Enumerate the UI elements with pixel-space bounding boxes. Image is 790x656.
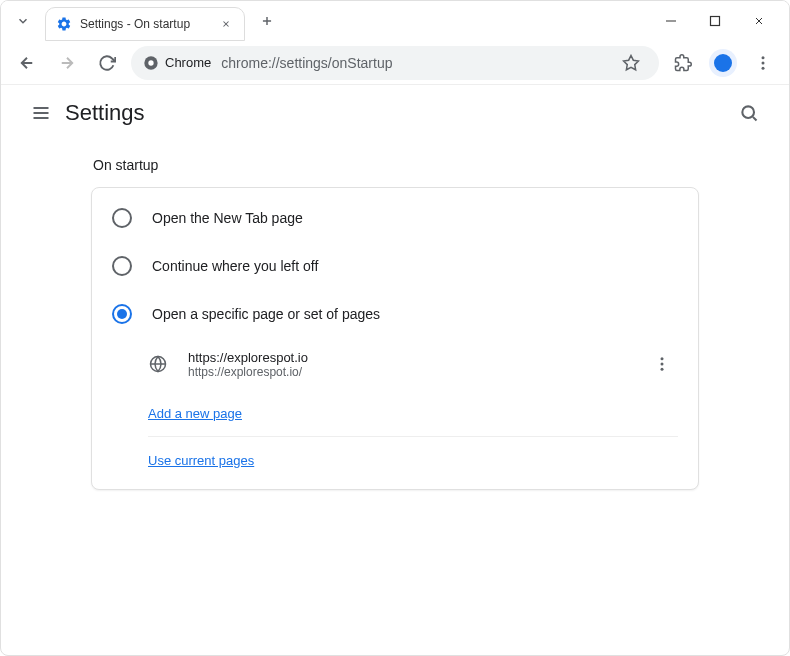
svg-point-14 xyxy=(762,61,765,64)
search-settings-button[interactable] xyxy=(729,93,769,133)
avatar-icon xyxy=(709,49,737,77)
svg-marker-12 xyxy=(624,55,639,69)
forward-button[interactable] xyxy=(51,47,83,79)
option-label: Open a specific page or set of pages xyxy=(152,306,380,322)
minimize-button[interactable] xyxy=(657,7,685,35)
tab-search-button[interactable] xyxy=(9,7,37,35)
use-current-row: Use current pages xyxy=(92,437,698,483)
new-tab-button[interactable] xyxy=(253,7,281,35)
option-continue[interactable]: Continue where you left off xyxy=(92,242,698,290)
option-new-tab[interactable]: Open the New Tab page xyxy=(92,194,698,242)
startup-options-card: Open the New Tab page Continue where you… xyxy=(91,187,699,490)
svg-point-25 xyxy=(661,368,664,371)
window-controls xyxy=(657,7,781,35)
globe-icon xyxy=(148,354,168,374)
settings-header: Settings xyxy=(1,85,789,141)
radio-icon xyxy=(112,304,132,324)
close-window-button[interactable] xyxy=(745,7,773,35)
add-page-link[interactable]: Add a new page xyxy=(148,406,242,421)
reload-button[interactable] xyxy=(91,47,123,79)
option-label: Continue where you left off xyxy=(152,258,318,274)
gear-icon xyxy=(56,16,72,32)
profile-button[interactable] xyxy=(707,47,739,79)
page-title: Settings xyxy=(65,100,145,126)
svg-point-11 xyxy=(148,60,153,65)
startup-page-url: https://explorespot.io/ xyxy=(188,365,646,379)
chrome-badge: Chrome xyxy=(143,55,211,71)
section-title: On startup xyxy=(91,157,699,173)
svg-line-20 xyxy=(753,117,757,121)
settings-content: On startup Open the New Tab page Continu… xyxy=(1,141,789,506)
radio-icon xyxy=(112,256,132,276)
svg-point-24 xyxy=(661,363,664,366)
page-menu-button[interactable] xyxy=(646,348,678,380)
browser-toolbar: Chrome xyxy=(1,41,789,85)
use-current-link[interactable]: Use current pages xyxy=(148,453,254,468)
startup-page-row: https://explorespot.io https://exploresp… xyxy=(92,338,698,390)
address-bar[interactable]: Chrome xyxy=(131,46,659,80)
hamburger-menu-button[interactable] xyxy=(21,93,61,133)
add-page-row: Add a new page xyxy=(92,390,698,436)
startup-page-title: https://explorespot.io xyxy=(188,350,646,365)
url-input[interactable] xyxy=(221,55,605,71)
svg-point-23 xyxy=(661,357,664,360)
svg-point-19 xyxy=(742,106,754,118)
svg-point-13 xyxy=(762,56,765,59)
radio-icon xyxy=(112,208,132,228)
browser-tab[interactable]: Settings - On startup xyxy=(45,7,245,41)
bookmark-star-icon[interactable] xyxy=(615,47,647,79)
svg-rect-5 xyxy=(711,17,720,26)
option-label: Open the New Tab page xyxy=(152,210,303,226)
maximize-button[interactable] xyxy=(701,7,729,35)
option-specific-pages[interactable]: Open a specific page or set of pages xyxy=(92,290,698,338)
tab-title: Settings - On startup xyxy=(80,17,210,31)
close-tab-icon[interactable] xyxy=(218,16,234,32)
svg-point-15 xyxy=(762,66,765,69)
kebab-menu-button[interactable] xyxy=(747,47,779,79)
back-button[interactable] xyxy=(11,47,43,79)
window-titlebar: Settings - On startup xyxy=(1,1,789,41)
extensions-button[interactable] xyxy=(667,47,699,79)
